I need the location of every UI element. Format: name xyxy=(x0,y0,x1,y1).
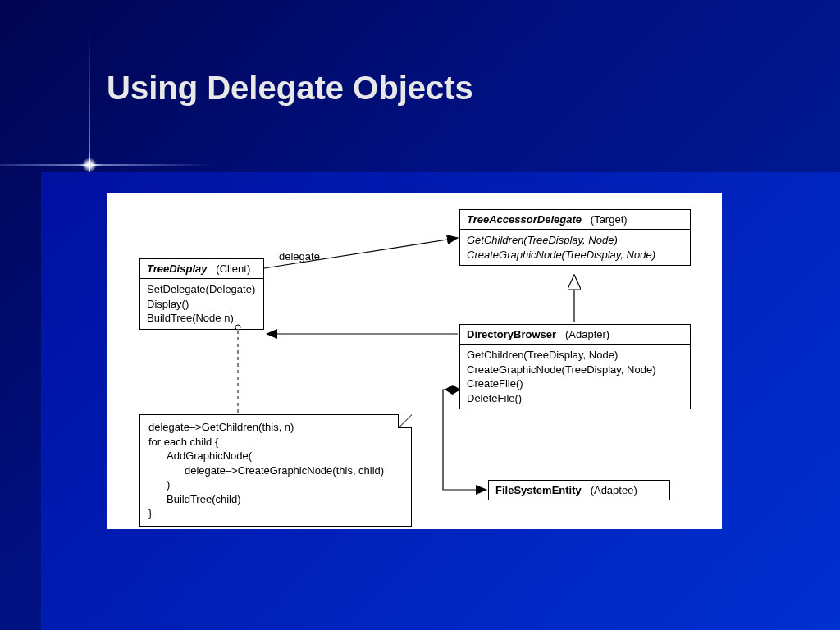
class-name: DirectoryBrowser xyxy=(467,328,556,340)
code-line: for each child { xyxy=(148,435,403,450)
op: CreateGraphicNode(TreeDisplay, Node) xyxy=(467,248,683,262)
class-file-system-entity: FileSystemEntity (Adaptee) xyxy=(488,480,670,500)
op: CreateGraphicNode(TreeDisplay, Node) xyxy=(467,363,683,377)
association-label: delegate xyxy=(279,250,320,262)
class-role: (Adaptee) xyxy=(591,484,637,496)
code-line: } xyxy=(148,506,403,521)
slide: Using Delegate Objects TreeDisplay (Clie… xyxy=(0,0,840,630)
op: GetChildren(TreeDisplay, Node) xyxy=(467,348,683,363)
class-name: FileSystemEntity xyxy=(495,484,582,496)
op: GetChildren(TreeDisplay, Node) xyxy=(467,233,683,248)
class-tree-display: TreeDisplay (Client) SetDelegate(Delegat… xyxy=(139,258,264,330)
code-line: delegate–>CreateGraphicNode(this, child) xyxy=(148,463,403,478)
op: Display() xyxy=(147,297,257,312)
code-line: AddGraphicNode( xyxy=(148,449,403,463)
op: CreateFile() xyxy=(467,377,683,391)
op: SetDelegate(Delegate) xyxy=(147,282,257,297)
flare-core xyxy=(82,158,97,172)
class-tree-accessor-delegate: TreeAccessorDelegate (Target) GetChildre… xyxy=(459,209,691,266)
code-line: delegate–>GetChildren(this, n) xyxy=(148,420,403,435)
code-line: BuildTree(child) xyxy=(148,492,403,507)
class-role: (Adapter) xyxy=(565,328,609,340)
uml-diagram: TreeDisplay (Client) SetDelegate(Delegat… xyxy=(107,193,722,529)
class-name: TreeAccessorDelegate xyxy=(467,213,582,226)
code-line: ) xyxy=(148,477,403,492)
class-role: (Target) xyxy=(591,213,628,226)
note-dog-ear-icon xyxy=(398,414,412,428)
op: BuildTree(Node n) xyxy=(147,311,257,326)
op: DeleteFile() xyxy=(467,391,683,406)
pseudocode-note: delegate–>GetChildren(this, n) for each … xyxy=(139,414,412,527)
flare-horizontal xyxy=(0,164,213,166)
class-directory-browser: DirectoryBrowser (Adapter) GetChildren(T… xyxy=(459,324,691,409)
class-name: TreeDisplay xyxy=(147,262,207,275)
slide-title: Using Delegate Objects xyxy=(107,70,473,107)
